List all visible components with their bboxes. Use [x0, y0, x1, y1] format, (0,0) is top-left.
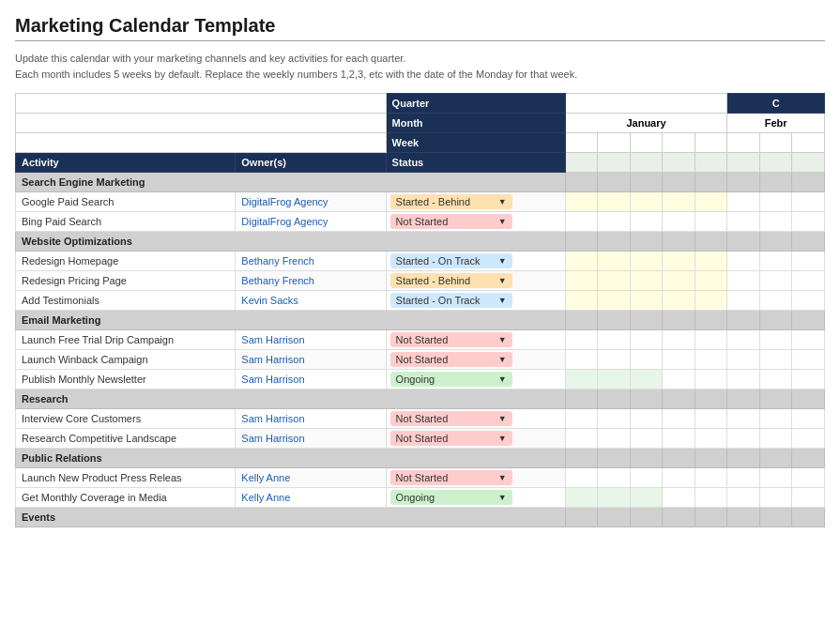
week-cell: [630, 252, 663, 271]
week-cell: [663, 212, 695, 232]
table-row: Interview Core CustomersSam HarrisonNot …: [16, 409, 825, 429]
week-cell: [695, 252, 727, 271]
owner-cell: DigitalFrog Agency: [236, 192, 386, 212]
week-cell: [598, 350, 631, 370]
week-cell: [792, 330, 825, 350]
week-cell: [565, 429, 598, 449]
week-cell: [695, 370, 727, 389]
week-cell: [630, 409, 663, 429]
week-cell: [598, 212, 631, 232]
activity-cell: Launch Free Trial Drip Campaign: [16, 330, 236, 350]
table-row: Get Monthly Coverage in MediaKelly AnneO…: [16, 488, 825, 508]
activity-cell: Add Testimonials: [16, 291, 236, 311]
week-cell: [759, 252, 792, 271]
table-row: Launch New Product Press ReleasKelly Ann…: [16, 468, 825, 488]
table-row: Google Paid SearchDigitalFrog AgencyStar…: [16, 192, 825, 212]
status-badge: Not Started▼: [390, 352, 512, 367]
status-header: Status: [386, 153, 565, 173]
week-cell: [565, 252, 598, 271]
week-cell: [598, 488, 631, 508]
week-cell: [598, 252, 631, 271]
week-cell: [792, 429, 825, 449]
status-badge: Not Started▼: [390, 332, 512, 347]
week-cell: [759, 192, 792, 212]
status-cell[interactable]: Started - Behind▼: [386, 192, 565, 212]
page-title: Marketing Calendar Template: [15, 15, 825, 37]
week-cell: [759, 350, 792, 370]
header-month-row: Month January Febr: [16, 114, 825, 133]
week-cell: [663, 350, 695, 370]
table-row: Add TestimonialsKevin SacksStarted - On …: [16, 291, 825, 311]
week-cell: [663, 429, 695, 449]
week-cell: [759, 212, 792, 232]
status-cell[interactable]: Not Started▼: [386, 212, 565, 232]
header-week-row: Week 1 2 3 4 5 1 2 3: [16, 133, 825, 153]
week-cell: [598, 370, 631, 389]
month-label: Month: [386, 114, 565, 133]
status-cell[interactable]: Started - On Track▼: [386, 291, 565, 311]
owner-cell: Bethany French: [236, 271, 386, 291]
week-cell: [565, 350, 598, 370]
week-cell: [792, 291, 825, 311]
table-row: Redesign Pricing PageBethany FrenchStart…: [16, 271, 825, 291]
activity-cell: Research Competitive Landscape: [16, 429, 236, 449]
status-cell[interactable]: Ongoing▼: [386, 488, 565, 508]
header-quarter-row: Quarter C: [16, 94, 825, 114]
week-cell: [695, 409, 727, 429]
week-cell: [727, 271, 760, 291]
status-cell[interactable]: Started - On Track▼: [386, 252, 565, 271]
status-cell[interactable]: Not Started▼: [386, 429, 565, 449]
status-badge: Ongoing▼: [390, 490, 512, 505]
activity-cell: Redesign Pricing Page: [16, 271, 236, 291]
status-badge: Not Started▼: [390, 470, 512, 485]
status-cell[interactable]: Not Started▼: [386, 409, 565, 429]
table-row: Research Competitive LandscapeSam Harris…: [16, 429, 825, 449]
activity-cell: Interview Core Customers: [16, 409, 236, 429]
activity-cell: Launch New Product Press Releas: [16, 468, 236, 488]
status-badge: Ongoing▼: [390, 372, 512, 387]
week-cell: [759, 370, 792, 389]
activity-cell: Bing Paid Search: [16, 212, 236, 232]
week-cell: [727, 370, 760, 389]
week-cell: [727, 488, 760, 508]
week-cell: [598, 192, 631, 212]
status-cell[interactable]: Ongoing▼: [386, 370, 565, 389]
week-cell: [727, 350, 760, 370]
owner-cell: Bethany French: [236, 252, 386, 271]
activity-cell: Redesign Homepage: [16, 252, 236, 271]
owner-cell: Sam Harrison: [236, 409, 386, 429]
activity-header: Activity: [16, 153, 236, 173]
header-columns-row: Activity Owner(s) Status: [16, 153, 825, 173]
week-cell: [695, 350, 727, 370]
status-badge: Not Started▼: [390, 431, 512, 446]
week-cell: [727, 212, 760, 232]
week-cell: [630, 330, 663, 350]
week-cell: [792, 370, 825, 389]
week-cell: [598, 291, 631, 311]
week-cell: [792, 212, 825, 232]
owner-cell: DigitalFrog Agency: [236, 212, 386, 232]
week-cell: [598, 271, 631, 291]
week-cell: [598, 468, 631, 488]
status-cell[interactable]: Not Started▼: [386, 350, 565, 370]
week-cell: [598, 409, 631, 429]
table-row: Redesign HomepageBethany FrenchStarted -…: [16, 252, 825, 271]
status-cell[interactable]: Not Started▼: [386, 330, 565, 350]
week-cell: [663, 291, 695, 311]
week-cell: [727, 429, 760, 449]
table-row: Launch Winback CampaignSam HarrisonNot S…: [16, 350, 825, 370]
week-cell: [630, 468, 663, 488]
status-cell[interactable]: Started - Behind▼: [386, 271, 565, 291]
week-cell: [565, 468, 598, 488]
week-cell: [792, 252, 825, 271]
week-cell: [695, 330, 727, 350]
owner-cell: Kelly Anne: [236, 468, 386, 488]
week-cell: [727, 468, 760, 488]
week-cell: [792, 271, 825, 291]
status-cell[interactable]: Not Started▼: [386, 468, 565, 488]
week-cell: [759, 271, 792, 291]
activity-cell: Launch Winback Campaign: [16, 350, 236, 370]
week-cell: [630, 291, 663, 311]
week-cell: [565, 409, 598, 429]
week-cell: [727, 252, 760, 271]
